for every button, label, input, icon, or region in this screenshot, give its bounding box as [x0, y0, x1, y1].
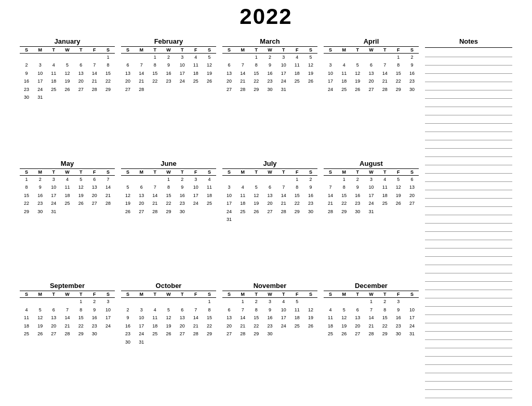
day-header: W [60, 46, 74, 53]
calendar-day: 5 [121, 184, 135, 192]
calendar-day [20, 298, 33, 306]
note-line[interactable] [425, 190, 512, 199]
note-line[interactable] [425, 132, 512, 140]
calendar-day [60, 298, 74, 306]
note-line[interactable] [425, 273, 512, 282]
day-header: W [162, 46, 175, 53]
calendar-day: 13 [74, 70, 88, 78]
calendar-day: 19 [351, 77, 364, 86]
calendar-day: 24 [135, 330, 148, 338]
month-table-january: SMTWTFS123456789101112131415161718192021… [20, 46, 115, 102]
note-line[interactable] [425, 74, 512, 82]
calendar-day: 5 [74, 175, 88, 184]
calendar-day: 27 [47, 330, 60, 338]
calendar-day [203, 208, 216, 216]
month-table-june: SMTWTFS123456789101112131415161718192021… [121, 168, 216, 216]
note-line[interactable] [425, 240, 512, 248]
month-name-january: January [20, 37, 115, 45]
calendar-day: 1 [392, 53, 405, 61]
calendar-day: 17 [364, 192, 378, 200]
note-line[interactable] [425, 82, 512, 90]
calendar-day: 8 [290, 184, 304, 192]
note-line[interactable] [425, 149, 512, 157]
note-line[interactable] [425, 232, 512, 240]
calendar-day: 21 [88, 77, 101, 86]
day-header: F [290, 291, 304, 298]
note-line[interactable] [425, 157, 512, 165]
note-line[interactable] [425, 107, 512, 115]
calendar-day: 10 [101, 306, 115, 315]
note-line[interactable] [425, 348, 512, 357]
calendar-day [351, 53, 364, 61]
calendar-day: 10 [189, 184, 203, 192]
note-line[interactable] [425, 99, 512, 107]
calendar-day [176, 298, 189, 306]
note-line[interactable] [425, 140, 512, 149]
note-line[interactable] [425, 124, 512, 132]
calendar-day [88, 94, 101, 102]
note-line[interactable] [425, 340, 512, 348]
month-table-november: SMTWTFS123456789101112131415161718192021… [222, 291, 317, 338]
calendar-day: 14 [101, 184, 115, 192]
calendar-day: 5 [337, 306, 351, 315]
calendar-day: 2 [33, 175, 47, 184]
calendar-day: 16 [392, 314, 405, 322]
note-line[interactable] [425, 165, 512, 174]
calendar-day: 11 [324, 314, 337, 322]
note-line[interactable] [425, 382, 512, 390]
note-line[interactable] [425, 174, 512, 182]
calendar-day: 16 [162, 70, 175, 78]
calendar-day: 29 [392, 86, 405, 94]
calendar-day: 8 [203, 306, 216, 315]
note-line[interactable] [425, 307, 512, 315]
calendar-day: 27 [121, 86, 135, 94]
note-line[interactable] [425, 315, 512, 323]
month-name-february: February [121, 37, 216, 45]
calendar-day: 6 [47, 306, 60, 315]
note-line[interactable] [425, 248, 512, 257]
note-line[interactable] [425, 373, 512, 382]
note-line[interactable] [425, 365, 512, 373]
note-line[interactable] [425, 115, 512, 124]
calendar-day: 29 [162, 208, 175, 216]
calendar-day: 15 [74, 314, 88, 322]
calendar-day [263, 216, 276, 224]
note-line[interactable] [425, 257, 512, 265]
note-line[interactable] [425, 90, 512, 99]
note-line[interactable] [425, 215, 512, 224]
note-line[interactable] [425, 290, 512, 298]
note-line[interactable] [425, 224, 512, 232]
note-line[interactable] [425, 207, 512, 215]
note-line[interactable] [425, 332, 512, 340]
note-line[interactable] [425, 265, 512, 273]
calendar-day: 2 [20, 61, 33, 70]
calendar-day: 23 [88, 322, 101, 331]
calendar-day: 10 [176, 61, 189, 70]
note-line[interactable] [425, 66, 512, 74]
day-header: M [33, 46, 47, 53]
note-line[interactable] [425, 182, 512, 190]
day-header: S [101, 291, 115, 298]
calendar-day: 22 [290, 200, 304, 208]
calendar-day: 19 [60, 77, 74, 86]
calendar-day: 17 [101, 314, 115, 322]
note-line[interactable] [425, 199, 512, 207]
note-line[interactable] [425, 357, 512, 365]
note-line[interactable] [425, 323, 512, 332]
calendar-day: 17 [47, 192, 60, 200]
calendar-day: 23 [392, 322, 405, 331]
calendar-day: 5 [392, 175, 405, 184]
day-header: W [263, 168, 276, 175]
note-line[interactable] [425, 49, 512, 57]
calendar-day: 13 [176, 314, 189, 322]
note-line[interactable] [425, 390, 512, 398]
note-line[interactable] [425, 298, 512, 307]
calendar-day: 11 [189, 61, 203, 70]
note-line[interactable] [425, 282, 512, 290]
calendar-day: 13 [121, 70, 135, 78]
calendar-day: 1 [364, 298, 378, 306]
note-line[interactable] [425, 57, 512, 66]
calendar-day [222, 175, 236, 184]
calendar-day: 12 [304, 61, 317, 70]
day-header: S [121, 168, 135, 175]
